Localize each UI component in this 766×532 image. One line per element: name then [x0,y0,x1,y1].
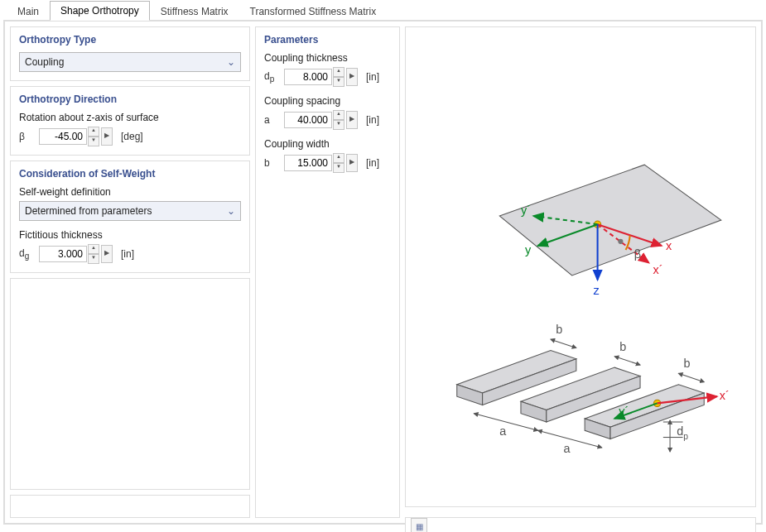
step-button[interactable]: ▶ [346,154,358,172]
a-input[interactable] [284,112,332,128]
svg-text:y: y [525,243,532,256]
svg-line-30 [614,357,640,365]
render-settings-button[interactable]: ▦ [411,518,427,532]
dg-input[interactable] [39,246,87,262]
spin-down-button[interactable]: ▼ [333,120,344,130]
rotation-label: Rotation about z-axis of surface [19,112,241,123]
axes-plate: x x´ y y´ z β [499,165,721,296]
panel-title: Orthotropy Type [19,34,241,46]
coupling-spacing-label: Coupling spacing [264,95,391,107]
tab-stiffness-matrix[interactable]: Stiffness Matrix [150,2,239,21]
svg-text:x´: x´ [720,389,730,402]
panel-self-weight: Consideration of Self-Weight Self-weight… [10,161,250,273]
dg-symbol: dg [19,247,34,261]
unit-label: [deg] [121,131,143,142]
svg-text:b: b [619,340,626,353]
beta-symbol: β [19,131,34,142]
b-symbol: b [264,157,279,169]
dp-symbol: dp [264,70,279,84]
spin-down-button[interactable]: ▼ [88,137,99,146]
tab-main[interactable]: Main [7,2,50,21]
svg-line-28 [551,339,576,347]
svg-text:z: z [593,284,599,297]
self-weight-def-label: Self-weight definition [19,186,241,198]
unit-label: [in] [366,157,379,169]
tab-shape-orthotropy[interactable]: Shape Orthotropy [50,1,150,21]
beta-input-group: ▲ ▼ ▶ [39,127,113,146]
unit-label: [in] [121,248,134,260]
dropdown-value: Determined from parameters [25,205,152,217]
spin-up-button[interactable]: ▲ [333,153,344,163]
spin-up-button[interactable]: ▲ [333,67,344,77]
unit-label: [in] [366,71,379,83]
step-button[interactable]: ▶ [346,111,358,129]
svg-point-12 [618,239,623,244]
diagram-svg: x x´ y y´ z β [406,27,755,506]
svg-text:a: a [499,424,506,438]
step-button[interactable]: ▶ [346,68,358,86]
beta-input[interactable] [39,128,87,145]
coupling-thickness-label: Coupling thickness [264,52,391,64]
coupling-width-label: Coupling width [264,138,391,150]
right-column: x x´ y y´ z β [405,26,756,518]
svg-text:dp: dp [677,424,688,440]
spin-down-button[interactable]: ▼ [333,163,344,173]
panel-orthotropy-type: Orthotropy Type Coupling ⌄ [10,26,250,81]
dropdown-value: Coupling [25,56,64,68]
self-weight-def-dropdown[interactable]: Determined from parameters ⌄ [19,201,241,221]
panel-title: Orthotropy Direction [19,93,241,105]
fictitious-thickness-label: Fictitious thickness [19,229,241,241]
chevron-down-icon: ⌄ [227,205,235,217]
panel-orthotropy-direction: Orthotropy Direction Rotation about z-ax… [10,86,250,156]
unit-label: [in] [366,114,379,126]
step-button[interactable]: ▶ [101,127,113,146]
svg-text:y´: y´ [619,405,629,418]
svg-text:y´: y´ [521,204,531,217]
spin-up-button[interactable]: ▲ [88,244,99,254]
svg-text:β: β [634,247,641,261]
panel-title: Parameters [264,34,391,46]
spin-up-button[interactable]: ▲ [333,110,344,120]
a-symbol: a [264,114,279,126]
coupling-bars: x´ y´ b b b a a [457,323,730,455]
panel-footer-left [10,495,250,518]
svg-marker-0 [499,165,721,276]
grid-icon: ▦ [416,522,423,531]
chevron-down-icon: ⌄ [227,56,235,68]
svg-text:x´: x´ [653,263,662,276]
svg-line-32 [678,373,704,381]
svg-text:x: x [666,239,672,252]
tab-transformed-stiffness-matrix[interactable]: Transformed Stiffness Matrix [239,2,388,21]
svg-text:b: b [556,323,562,336]
app-window: Main Shape Orthotropy Stiffness Matrix T… [0,0,766,532]
svg-text:a: a [563,442,570,455]
spin-down-button[interactable]: ▼ [333,77,344,87]
b-input[interactable] [284,155,332,171]
dp-input[interactable] [284,69,332,85]
content-frame: Orthotropy Type Coupling ⌄ Orthotropy Di… [3,20,763,525]
preview-toolbar: ▦ [405,517,756,532]
spin-up-button[interactable]: ▲ [88,127,99,137]
panel-empty [10,278,250,490]
svg-text:b: b [684,357,691,370]
tab-bar: Main Shape Orthotropy Stiffness Matrix T… [0,0,766,20]
preview-panel: x x´ y y´ z β [405,26,756,507]
step-button[interactable]: ▶ [101,245,113,263]
middle-column: Parameters Coupling thickness dp ▲ ▼ ▶ [… [255,26,400,518]
panel-title: Consideration of Self-Weight [19,168,241,180]
dg-input-group: ▲ ▼ ▶ [39,244,113,264]
spin-down-button[interactable]: ▼ [88,254,99,264]
left-column: Orthotropy Type Coupling ⌄ Orthotropy Di… [10,26,250,518]
panel-parameters: Parameters Coupling thickness dp ▲ ▼ ▶ [… [255,26,400,518]
orthotropy-type-dropdown[interactable]: Coupling ⌄ [19,52,241,72]
